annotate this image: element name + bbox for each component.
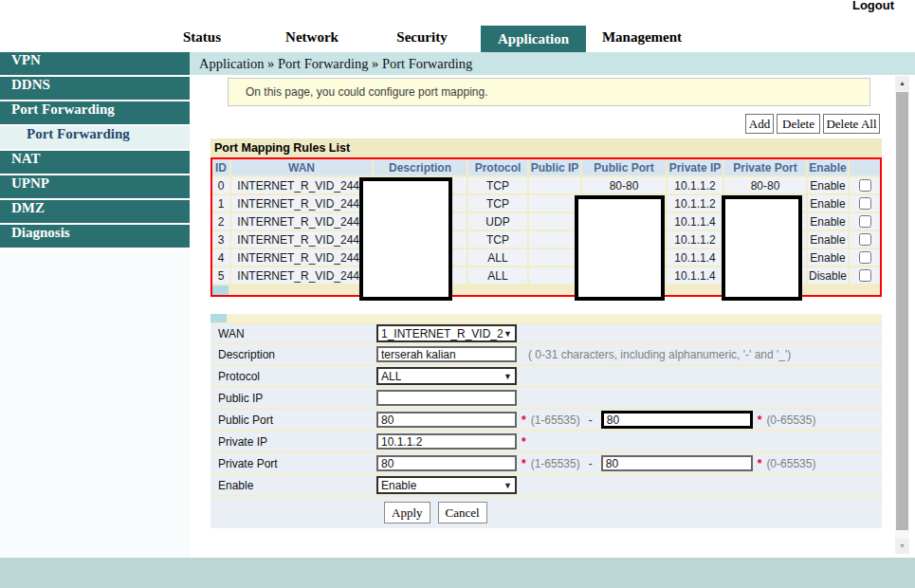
enable-label: Enable — [210, 479, 376, 492]
cell-id: 2 — [212, 213, 231, 230]
cell-protocol: ALL — [468, 249, 529, 266]
router-admin-page: Logout Status Network Security Applicati… — [0, 0, 915, 588]
page-info-message: On this page, you could configure port m… — [228, 78, 870, 106]
form-row-wan: WAN 1_INTERNET_R_VID_2 ▼ — [210, 322, 882, 344]
col-header-private-ip: Private IP — [668, 159, 724, 175]
tab-management[interactable]: Management — [595, 29, 688, 46]
cancel-button[interactable]: Cancel — [438, 502, 487, 524]
sidebar-item-nat[interactable]: NAT — [0, 151, 190, 174]
page-bottom-strip — [0, 558, 915, 588]
sidebar-item-port-forwarding[interactable]: Port Forwarding — [0, 101, 190, 124]
required-asterisk: * — [758, 457, 762, 470]
col-header-enable: Enable — [808, 159, 850, 175]
sidebar-item-diagnosis[interactable]: Diagnosis — [0, 225, 190, 248]
cell-protocol: TCP — [468, 177, 529, 193]
range-dash: - — [589, 457, 593, 470]
public-port-label: Public Port — [210, 413, 376, 427]
cell-private-port: 80-80 — [724, 177, 808, 193]
cell-id: 0 — [212, 177, 231, 193]
wan-select-value: 1_INTERNET_R_VID_2 — [381, 327, 503, 340]
row-select-checkbox[interactable] — [859, 251, 871, 264]
delete-all-button[interactable]: Delete All — [823, 114, 880, 134]
table-row: 0 INTERNET_R_VID_2445 TCP 80-80 10.1.1.2… — [212, 177, 880, 195]
row-select-checkbox[interactable] — [859, 215, 871, 228]
required-asterisk: * — [522, 435, 526, 449]
sidebar-item-vpn[interactable]: VPN — [0, 52, 190, 75]
cell-wan: INTERNET_R_VID_2445 — [231, 213, 374, 230]
cell-private-ip: 10.1.1.2 — [668, 231, 724, 248]
cell-id: 3 — [212, 231, 231, 248]
enable-select-value: Enable — [381, 479, 416, 492]
public-port-to-range: (0-65535) — [766, 413, 815, 427]
row-select-checkbox[interactable] — [859, 269, 871, 282]
private-ip-input[interactable] — [376, 433, 517, 450]
apply-button[interactable]: Apply — [384, 502, 430, 524]
col-header-private-port: Private Port — [724, 159, 808, 175]
public-ip-input[interactable] — [376, 390, 517, 406]
col-header-wan: WAN — [231, 159, 374, 175]
protocol-select[interactable]: ALL ▼ — [376, 367, 517, 385]
sidebar-subitem-port-forwarding[interactable]: Port Forwarding — [0, 126, 190, 149]
port-mapping-form: WAN 1_INTERNET_R_VID_2 ▼ Description ( 0… — [210, 322, 882, 528]
scrollbar-thumb[interactable] — [896, 92, 908, 530]
cell-wan: INTERNET_R_VID_2445 — [231, 177, 374, 193]
tab-application[interactable]: Application — [481, 26, 586, 52]
content-scrollbar[interactable]: ▲ ▼ — [895, 76, 909, 554]
sidebar-item-dmz[interactable]: DMZ — [0, 200, 190, 223]
cell-wan: INTERNET_R_VID_2445 — [231, 267, 374, 284]
col-header-public-ip: Public IP — [529, 159, 582, 175]
scroll-down-arrow-icon[interactable]: ▼ — [895, 539, 909, 554]
wan-select[interactable]: 1_INTERNET_R_VID_2 ▼ — [376, 324, 517, 342]
logout-link[interactable]: Logout — [852, 0, 894, 12]
table-corner-marker — [212, 285, 229, 295]
sidebar-item-ddns[interactable]: DDNS — [0, 77, 190, 100]
row-select-checkbox[interactable] — [859, 197, 871, 210]
enable-select[interactable]: Enable ▼ — [376, 476, 517, 494]
table-header-row: ID WAN Description Protocol Public IP Pu… — [212, 159, 880, 177]
protocol-select-value: ALL — [381, 370, 401, 383]
wan-label: WAN — [210, 327, 376, 340]
private-port-label: Private Port — [210, 457, 376, 470]
row-select-checkbox[interactable] — [859, 179, 871, 192]
tab-status[interactable]: Status — [175, 29, 229, 46]
private-port-to-input[interactable] — [601, 455, 753, 471]
table-corner-marker — [210, 314, 227, 322]
add-button[interactable]: Add — [745, 114, 774, 134]
required-asterisk: * — [522, 457, 526, 470]
cell-private-ip: 10.1.1.4 — [668, 249, 724, 266]
private-port-from-input[interactable] — [376, 455, 517, 471]
sidebar-empty-area — [0, 249, 190, 558]
cell-id: 1 — [212, 195, 231, 211]
cell-protocol: UDP — [468, 213, 529, 230]
tab-network[interactable]: Network — [282, 29, 342, 46]
sidebar: VPN DDNS Port Forwarding Port Forwarding… — [0, 52, 190, 249]
redaction-box-public-port — [575, 195, 665, 301]
cell-private-ip: 10.1.1.2 — [668, 195, 724, 211]
breadcrumb: Application » Port Forwarding » Port For… — [190, 52, 915, 75]
form-row-public-port: Public Port * (1-65535) - * (0-65535) — [210, 410, 882, 432]
form-row-private-port: Private Port * (1-65535) - * (0-65535) — [210, 453, 882, 475]
scroll-up-arrow-icon[interactable]: ▲ — [895, 76, 909, 91]
sidebar-item-upnp[interactable]: UPNP — [0, 175, 190, 198]
cell-id: 5 — [212, 267, 231, 284]
cell-private-ip: 10.1.1.2 — [668, 177, 724, 193]
form-row-enable: Enable Enable ▼ — [210, 475, 882, 497]
description-hint: ( 0-31 characters, including alphanumeri… — [528, 348, 791, 361]
cell-wan: INTERNET_R_VID_2445 — [231, 231, 374, 248]
public-port-to-input[interactable] — [601, 411, 753, 429]
delete-button[interactable]: Delete — [777, 114, 820, 134]
chevron-down-icon: ▼ — [503, 372, 512, 381]
public-port-from-input[interactable] — [376, 412, 517, 428]
cell-protocol: TCP — [468, 195, 529, 211]
cell-id: 4 — [212, 249, 231, 266]
cell-enable: Enable — [808, 213, 850, 230]
cell-enable: Enable — [808, 177, 850, 193]
tab-security[interactable]: Security — [392, 29, 452, 46]
table-bottom-band — [210, 314, 882, 322]
cell-enable: Enable — [808, 195, 850, 211]
table-title: Port Mapping Rules List — [210, 138, 882, 157]
form-row-description: Description ( 0-31 characters, including… — [210, 344, 882, 366]
description-input[interactable] — [376, 346, 517, 362]
row-select-checkbox[interactable] — [859, 233, 871, 246]
cell-wan: INTERNET_R_VID_2445 — [231, 195, 374, 211]
